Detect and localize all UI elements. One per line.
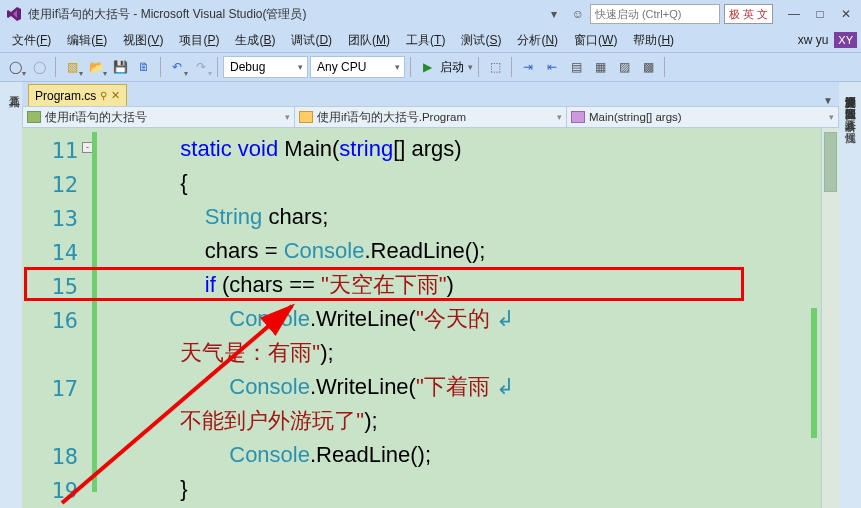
right-tab-props[interactable]: 属性: [839, 118, 861, 130]
nav-member[interactable]: Main(string[] args): [567, 107, 838, 127]
save-button[interactable]: 💾: [109, 56, 131, 78]
undo-button[interactable]: ↶: [166, 56, 188, 78]
csharp-icon: [27, 111, 41, 123]
line-number: 11: [22, 138, 78, 163]
nav-back-button[interactable]: ◯: [4, 56, 26, 78]
tb-icon-2[interactable]: ⇥: [517, 56, 539, 78]
menu-t[interactable]: 工具(T): [398, 31, 453, 49]
document-tab-strip: Program.cs ⚲ ✕ ▼: [22, 82, 839, 106]
toolbar: ◯ ◯ ▧ 📂 💾 🗎 ↶ ↷ Debug Any CPU ▶ 启动 ▾ ⬚ ⇥…: [0, 52, 861, 82]
right-tab-solution[interactable]: 解决方案资源管理器: [839, 82, 861, 94]
code-line[interactable]: {: [107, 172, 809, 194]
redo-button[interactable]: ↷: [190, 56, 212, 78]
code-line[interactable]: static void Main(string[] args): [107, 138, 809, 160]
class-icon: [299, 111, 313, 123]
close-button[interactable]: ✕: [837, 7, 855, 21]
code-line[interactable]: Console.ReadLine();: [107, 444, 809, 466]
tb-icon-5[interactable]: ▦: [589, 56, 611, 78]
code-editor[interactable]: 111213141516171819 - static void Main(st…: [22, 128, 839, 508]
pin-icon[interactable]: ⚲: [100, 90, 107, 101]
menu-n[interactable]: 分析(N): [509, 31, 566, 49]
menu-p[interactable]: 项目(P): [171, 31, 227, 49]
code-content[interactable]: static void Main(string[] args) { String…: [107, 128, 809, 508]
line-number: 19: [22, 478, 78, 503]
line-number: 17: [22, 376, 78, 401]
menu-e[interactable]: 编辑(E): [59, 31, 115, 49]
right-tab-diag[interactable]: 诊断工具: [839, 106, 861, 118]
tb-icon-4[interactable]: ▤: [565, 56, 587, 78]
menu-f[interactable]: 文件(F): [4, 31, 59, 49]
menu-s[interactable]: 测试(S): [453, 31, 509, 49]
line-number: 16: [22, 308, 78, 333]
menu-m[interactable]: 团队(M): [340, 31, 398, 49]
change-indicator: [92, 132, 97, 492]
code-line[interactable]: Console.WriteLine("今天的 ↲: [107, 308, 809, 330]
right-rail: 解决方案资源管理器 团队资源管理器 诊断工具 属性: [839, 82, 861, 508]
right-tab-team[interactable]: 团队资源管理器: [839, 94, 861, 106]
method-icon: [571, 111, 585, 123]
left-rail-toolbox[interactable]: 工具箱: [0, 82, 22, 508]
line-number: 14: [22, 240, 78, 265]
document-tab[interactable]: Program.cs ⚲ ✕: [28, 84, 127, 106]
maximize-button[interactable]: □: [811, 7, 829, 21]
code-line[interactable]: chars = Console.ReadLine();: [107, 240, 809, 262]
config-combo[interactable]: Debug: [223, 56, 308, 78]
user-name[interactable]: xw yu: [798, 33, 829, 47]
code-line[interactable]: }: [107, 478, 809, 500]
right-change-bar: [811, 308, 817, 438]
nav-namespace[interactable]: 使用if语句的大括号: [23, 107, 295, 127]
menu-bar: 文件(F)编辑(E)视图(V)项目(P)生成(B)调试(D)团队(M)工具(T)…: [0, 28, 861, 52]
tb-icon-6[interactable]: ▨: [613, 56, 635, 78]
window-title: 使用if语句的大括号 - Microsoft Visual Studio(管理员…: [28, 6, 307, 23]
line-number: 12: [22, 172, 78, 197]
new-project-button[interactable]: ▧: [61, 56, 83, 78]
tab-overflow-button[interactable]: ▼: [817, 95, 839, 106]
tab-close-icon[interactable]: ✕: [111, 89, 120, 102]
start-label[interactable]: 启动: [440, 59, 478, 76]
menu-v[interactable]: 视图(V): [115, 31, 171, 49]
line-number: 13: [22, 206, 78, 231]
menu-b[interactable]: 生成(B): [227, 31, 283, 49]
start-debug-button[interactable]: ▶: [416, 56, 438, 78]
menu-d[interactable]: 调试(D): [283, 31, 340, 49]
open-file-button[interactable]: 📂: [85, 56, 107, 78]
nav-fwd-button[interactable]: ◯: [28, 56, 50, 78]
annotation-highlight: [24, 267, 744, 301]
save-all-button[interactable]: 🗎: [133, 56, 155, 78]
code-line[interactable]: 天气是：有雨");: [107, 342, 809, 364]
ime-indicator[interactable]: 极 英 文: [724, 4, 773, 24]
tb-icon-3[interactable]: ⇤: [541, 56, 563, 78]
code-line[interactable]: String chars;: [107, 206, 809, 228]
code-nav-bar: 使用if语句的大括号 使用if语句的大括号.Program Main(strin…: [22, 106, 839, 128]
title-bar: 使用if语句的大括号 - Microsoft Visual Studio(管理员…: [0, 0, 861, 28]
platform-combo[interactable]: Any CPU: [310, 56, 405, 78]
tb-icon-7[interactable]: ▩: [637, 56, 659, 78]
vs-logo-icon: [6, 6, 22, 22]
notifications-icon[interactable]: ▾: [544, 4, 564, 24]
minimize-button[interactable]: —: [785, 7, 803, 21]
line-gutter: 111213141516171819: [22, 128, 92, 508]
code-line[interactable]: 不能到户外游玩了");: [107, 410, 809, 432]
tab-filename: Program.cs: [35, 89, 96, 103]
line-number: 18: [22, 444, 78, 469]
menu-w[interactable]: 窗口(W): [566, 31, 625, 49]
code-line[interactable]: Console.WriteLine("下着雨 ↲: [107, 376, 809, 398]
vertical-scrollbar[interactable]: [821, 128, 839, 508]
menu-h[interactable]: 帮助(H): [625, 31, 682, 49]
user-badge[interactable]: XY: [834, 32, 857, 48]
tb-icon-1[interactable]: ⬚: [484, 56, 506, 78]
nav-class[interactable]: 使用if语句的大括号.Program: [295, 107, 567, 127]
feedback-icon[interactable]: ☺: [568, 4, 588, 24]
quick-launch-input[interactable]: [590, 4, 720, 24]
